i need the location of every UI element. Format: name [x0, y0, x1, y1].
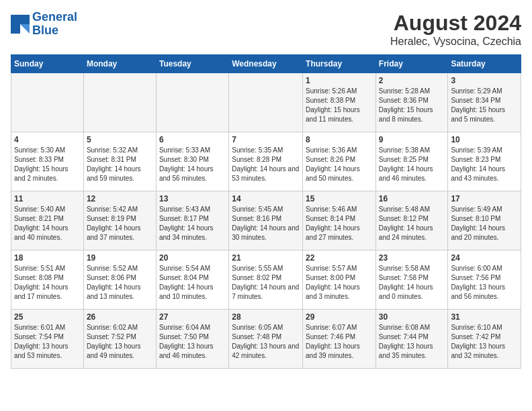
day-info: Sunrise: 5:36 AM Sunset: 8:26 PM Dayligh… [306, 146, 373, 183]
calendar-week-row: 11Sunrise: 5:40 AM Sunset: 8:21 PM Dayli… [11, 191, 521, 250]
day-info: Sunrise: 6:10 AM Sunset: 7:42 PM Dayligh… [451, 323, 518, 361]
calendar-cell: 31Sunrise: 6:10 AM Sunset: 7:42 PM Dayli… [448, 310, 521, 369]
day-info: Sunrise: 5:58 AM Sunset: 7:58 PM Dayligh… [379, 264, 445, 302]
day-number: 9 [379, 135, 445, 144]
calendar-cell: 13Sunrise: 5:43 AM Sunset: 8:17 PM Dayli… [156, 191, 228, 250]
calendar-cell [229, 73, 303, 132]
day-info: Sunrise: 6:01 AM Sunset: 7:54 PM Dayligh… [14, 323, 81, 361]
calendar-cell: 27Sunrise: 6:04 AM Sunset: 7:50 PM Dayli… [156, 310, 228, 369]
calendar-table: SundayMondayTuesdayWednesdayThursdayFrid… [11, 54, 521, 369]
svg-rect-2 [11, 24, 20, 34]
title-block: August 2024 Heralec, Vysocina, Czechia [390, 11, 521, 48]
day-info: Sunrise: 5:40 AM Sunset: 8:21 PM Dayligh… [14, 205, 81, 242]
day-number: 28 [232, 312, 300, 322]
day-number: 4 [14, 135, 81, 144]
calendar-cell: 19Sunrise: 5:52 AM Sunset: 8:06 PM Dayli… [83, 250, 156, 310]
calendar-cell: 10Sunrise: 5:39 AM Sunset: 8:23 PM Dayli… [448, 132, 521, 191]
logo-general: General [32, 10, 77, 24]
calendar-week-row: 25Sunrise: 6:01 AM Sunset: 7:54 PM Dayli… [11, 310, 521, 369]
weekday-header-monday: Monday [83, 55, 156, 73]
day-info: Sunrise: 5:30 AM Sunset: 8:33 PM Dayligh… [14, 146, 81, 183]
calendar-cell [83, 73, 156, 132]
calendar-week-row: 18Sunrise: 5:51 AM Sunset: 8:08 PM Dayli… [11, 250, 521, 310]
day-number: 11 [14, 194, 81, 203]
calendar-cell: 25Sunrise: 6:01 AM Sunset: 7:54 PM Dayli… [11, 310, 84, 369]
calendar-cell: 5Sunrise: 5:32 AM Sunset: 8:31 PM Daylig… [83, 132, 156, 191]
page-header: General Blue August 2024 Heralec, Vysoci… [11, 11, 521, 48]
calendar-cell: 16Sunrise: 5:48 AM Sunset: 8:12 PM Dayli… [375, 191, 448, 250]
day-info: Sunrise: 5:55 AM Sunset: 8:02 PM Dayligh… [232, 264, 300, 302]
calendar-cell: 17Sunrise: 5:49 AM Sunset: 8:10 PM Dayli… [448, 191, 521, 250]
day-info: Sunrise: 5:43 AM Sunset: 8:17 PM Dayligh… [159, 205, 226, 242]
calendar-cell: 6Sunrise: 5:33 AM Sunset: 8:30 PM Daylig… [156, 132, 228, 191]
day-info: Sunrise: 5:29 AM Sunset: 8:34 PM Dayligh… [451, 87, 518, 124]
calendar-cell: 1Sunrise: 5:26 AM Sunset: 8:38 PM Daylig… [303, 73, 376, 132]
day-info: Sunrise: 5:33 AM Sunset: 8:30 PM Dayligh… [159, 146, 226, 183]
day-info: Sunrise: 5:39 AM Sunset: 8:23 PM Dayligh… [451, 146, 518, 183]
calendar-cell [156, 73, 228, 132]
calendar-cell: 11Sunrise: 5:40 AM Sunset: 8:21 PM Dayli… [11, 191, 84, 250]
day-info: Sunrise: 5:35 AM Sunset: 8:28 PM Dayligh… [232, 146, 300, 183]
day-number: 15 [306, 194, 373, 203]
calendar-cell: 22Sunrise: 5:57 AM Sunset: 8:00 PM Dayli… [303, 250, 376, 310]
calendar-week-row: 4Sunrise: 5:30 AM Sunset: 8:33 PM Daylig… [11, 132, 521, 191]
logo: General Blue [11, 11, 77, 38]
day-number: 23 [379, 253, 445, 263]
day-number: 29 [306, 312, 373, 322]
calendar-cell: 15Sunrise: 5:46 AM Sunset: 8:14 PM Dayli… [303, 191, 376, 250]
day-info: Sunrise: 5:45 AM Sunset: 8:16 PM Dayligh… [232, 205, 300, 242]
calendar-cell: 29Sunrise: 6:07 AM Sunset: 7:46 PM Dayli… [303, 310, 376, 369]
day-number: 26 [87, 312, 153, 322]
weekday-header-tuesday: Tuesday [156, 55, 228, 73]
calendar-cell: 8Sunrise: 5:36 AM Sunset: 8:26 PM Daylig… [303, 132, 376, 191]
weekday-header-saturday: Saturday [448, 55, 521, 73]
calendar-cell: 9Sunrise: 5:38 AM Sunset: 8:25 PM Daylig… [375, 132, 448, 191]
calendar-cell: 30Sunrise: 6:08 AM Sunset: 7:44 PM Dayli… [375, 310, 448, 369]
day-number: 7 [232, 135, 300, 144]
day-number: 25 [14, 312, 81, 322]
page-subtitle: Heralec, Vysocina, Czechia [390, 36, 521, 48]
calendar-cell: 20Sunrise: 5:54 AM Sunset: 8:04 PM Dayli… [156, 250, 228, 310]
calendar-cell: 3Sunrise: 5:29 AM Sunset: 8:34 PM Daylig… [448, 73, 521, 132]
day-number: 21 [232, 253, 300, 263]
day-number: 8 [306, 135, 373, 144]
calendar-cell: 26Sunrise: 6:02 AM Sunset: 7:52 PM Dayli… [83, 310, 156, 369]
day-info: Sunrise: 6:02 AM Sunset: 7:52 PM Dayligh… [87, 323, 153, 361]
calendar-header-row: SundayMondayTuesdayWednesdayThursdayFrid… [11, 55, 521, 73]
weekday-header-friday: Friday [375, 55, 448, 73]
day-number: 2 [379, 76, 445, 85]
day-info: Sunrise: 5:32 AM Sunset: 8:31 PM Dayligh… [87, 146, 153, 183]
day-number: 30 [379, 312, 445, 322]
logo-text: General Blue [32, 11, 77, 38]
day-number: 13 [159, 194, 226, 203]
weekday-header-wednesday: Wednesday [229, 55, 303, 73]
day-info: Sunrise: 5:54 AM Sunset: 8:04 PM Dayligh… [159, 264, 226, 302]
day-number: 24 [451, 253, 518, 263]
day-number: 19 [87, 253, 153, 263]
day-info: Sunrise: 5:48 AM Sunset: 8:12 PM Dayligh… [379, 205, 445, 242]
day-info: Sunrise: 6:00 AM Sunset: 7:56 PM Dayligh… [451, 264, 518, 302]
calendar-cell: 18Sunrise: 5:51 AM Sunset: 8:08 PM Dayli… [11, 250, 84, 310]
day-info: Sunrise: 6:07 AM Sunset: 7:46 PM Dayligh… [306, 323, 373, 361]
day-number: 17 [451, 194, 518, 203]
day-info: Sunrise: 5:42 AM Sunset: 8:19 PM Dayligh… [87, 205, 153, 242]
day-number: 12 [87, 194, 153, 203]
calendar-cell: 14Sunrise: 5:45 AM Sunset: 8:16 PM Dayli… [229, 191, 303, 250]
calendar-cell: 2Sunrise: 5:28 AM Sunset: 8:36 PM Daylig… [375, 73, 448, 132]
weekday-header-sunday: Sunday [11, 55, 84, 73]
logo-icon [11, 15, 30, 34]
day-info: Sunrise: 5:51 AM Sunset: 8:08 PM Dayligh… [14, 264, 81, 302]
calendar-cell: 12Sunrise: 5:42 AM Sunset: 8:19 PM Dayli… [83, 191, 156, 250]
day-number: 3 [451, 76, 518, 85]
day-number: 14 [232, 194, 300, 203]
day-info: Sunrise: 6:08 AM Sunset: 7:44 PM Dayligh… [379, 323, 445, 361]
page-title: August 2024 [390, 11, 521, 36]
day-number: 27 [159, 312, 226, 322]
day-number: 18 [14, 253, 81, 263]
weekday-header-thursday: Thursday [303, 55, 376, 73]
day-number: 10 [451, 135, 518, 144]
svg-rect-1 [20, 15, 30, 24]
day-number: 31 [451, 312, 518, 322]
day-number: 1 [306, 76, 373, 85]
logo-blue: Blue [32, 24, 58, 37]
